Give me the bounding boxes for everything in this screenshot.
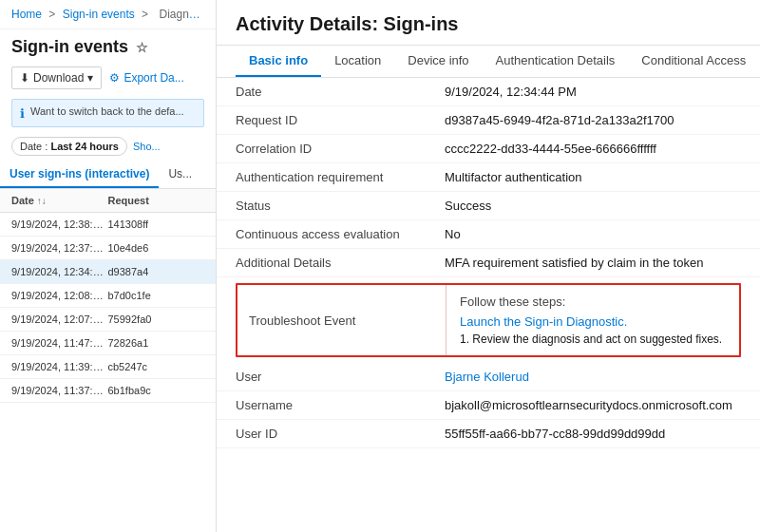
detail-label: Correlation ID xyxy=(236,142,445,156)
table-row[interactable]: 9/19/2024, 12:07:56 ... 75992fa0 xyxy=(0,308,216,332)
export-link[interactable]: ⚙ Export Da... xyxy=(109,71,183,85)
table-row[interactable]: 9/19/2024, 12:37:57 ... 10e4de6 xyxy=(0,237,216,260)
download-icon: ⬇ xyxy=(20,71,29,85)
step-text: 1. Review the diagnosis and act on sugge… xyxy=(460,332,726,346)
table-row[interactable]: 9/19/2024, 12:08:05 ... b7d0c1fe xyxy=(0,284,216,308)
download-label: Download xyxy=(33,71,84,85)
detail-title: Activity Details: Sign-ins xyxy=(217,0,760,46)
troubleshoot-label: Troubleshoot Event xyxy=(238,285,446,355)
detail-row: User ID 55ff55ff-aa66-bb77-cc88-99dd99dd… xyxy=(217,420,760,448)
cell-request: b7d0c1fe xyxy=(108,290,205,301)
detail-label: User ID xyxy=(236,427,445,441)
detail-tab-authentication-details[interactable]: Authentication Details xyxy=(483,46,629,77)
table-header: Date ↑↓ Request xyxy=(0,189,216,213)
cell-date: 9/19/2024, 11:47:23 ... xyxy=(11,337,108,349)
table-row[interactable]: 9/19/2024, 11:39:13 ... cb5247c xyxy=(0,355,216,379)
pin-icon[interactable]: ☆ xyxy=(136,40,148,55)
detail-row: Authentication requirement Multifactor a… xyxy=(217,163,760,192)
detail-row: Status Success xyxy=(217,192,760,220)
breadcrumb: Home > Sign-in events > Diagno... xyxy=(0,0,216,29)
detail-value: 55ff55ff-aa66-bb77-cc88-99dd99dd99dd xyxy=(445,427,741,441)
right-panel: Activity Details: Sign-ins Basic infoLoc… xyxy=(217,0,760,532)
table-row[interactable]: 9/19/2024, 12:38:04 ... 141308ff xyxy=(0,213,216,237)
cell-request: 72826a1 xyxy=(108,337,205,349)
detail-row: Additional Details MFA requirement satis… xyxy=(217,249,760,277)
cell-request: cb5247c xyxy=(108,361,205,372)
show-button[interactable]: Sho... xyxy=(133,141,161,152)
detail-row: Request ID d9387a45-6949-4f2a-871d-2a133… xyxy=(217,106,760,135)
breadcrumb-events[interactable]: Sign-in events xyxy=(63,8,135,21)
detail-tab-device-info[interactable]: Device info xyxy=(394,46,482,77)
table-rows-container: 9/19/2024, 12:38:04 ... 141308ff 9/19/20… xyxy=(0,213,216,532)
sort-icon[interactable]: ↑↓ xyxy=(37,196,47,206)
table-row[interactable]: 9/19/2024, 12:34:44 ... d9387a4 xyxy=(0,260,216,284)
detail-label: Status xyxy=(236,199,445,213)
detail-value: bjakoll@microsoftlearnsecuritydocs.onmic… xyxy=(445,398,741,412)
detail-row: Date 9/19/2024, 12:34:44 PM xyxy=(217,78,760,106)
detail-value: No xyxy=(445,227,741,241)
breadcrumb-current: Diagno... xyxy=(159,8,204,21)
detail-row: User Bjarne Kollerud xyxy=(217,363,760,391)
cell-date: 9/19/2024, 11:39:13 ... xyxy=(11,361,108,372)
toolbar: ⬇ Download ▾ ⚙ Export Da... xyxy=(0,61,216,95)
launch-diagnostic-link[interactable]: Launch the Sign-in Diagnostic. xyxy=(460,314,726,329)
detail-value: Success xyxy=(445,199,741,213)
detail-label: Authentication requirement xyxy=(236,170,445,184)
detail-tab-location[interactable]: Location xyxy=(321,46,394,77)
troubleshoot-event-row: Troubleshoot Event Follow these steps: L… xyxy=(236,283,741,357)
troubleshoot-content: Follow these steps: Launch the Sign-in D… xyxy=(446,285,739,355)
export-label: Export Da... xyxy=(124,71,183,85)
filter-bar: Date : Last 24 hours Sho... xyxy=(11,137,204,156)
follow-text: Follow these steps: xyxy=(460,294,726,309)
detail-row: Continuous access evaluation No xyxy=(217,220,760,249)
date-prefix: Date : xyxy=(20,141,50,152)
table-row[interactable]: 9/19/2024, 11:37:54 ... 6b1fba9c xyxy=(0,379,216,403)
detail-row: Username bjakoll@microsoftlearnsecurityd… xyxy=(217,391,760,420)
detail-label: Continuous access evaluation xyxy=(236,227,445,241)
detail-tab-basic-info[interactable]: Basic info xyxy=(236,46,321,77)
tab-user-signin-interactive[interactable]: User sign-ins (interactive) xyxy=(0,162,159,188)
gear-icon: ⚙ xyxy=(109,71,120,85)
cell-date: 9/19/2024, 11:37:54 ... xyxy=(11,385,108,396)
cell-date: 9/19/2024, 12:38:04 ... xyxy=(11,218,108,230)
detail-label: Additional Details xyxy=(236,256,445,270)
cell-request: 141308ff xyxy=(108,218,205,230)
detail-tabs: Basic infoLocationDevice infoAuthenticat… xyxy=(217,46,760,78)
left-panel: Home > Sign-in events > Diagno... Sign-i… xyxy=(0,0,217,532)
detail-label: Username xyxy=(236,398,445,412)
detail-label: Request ID xyxy=(236,113,445,127)
detail-row: Correlation ID cccc2222-dd33-4444-55ee-6… xyxy=(217,135,760,163)
cell-request: d9387a4 xyxy=(108,266,205,277)
info-banner: ℹ Want to switch back to the defa... xyxy=(11,99,204,127)
left-tabs: User sign-ins (interactive) Us... xyxy=(0,162,216,189)
col-header-request: Request xyxy=(108,195,205,206)
date-filter-badge[interactable]: Date : Last 24 hours xyxy=(11,137,127,156)
info-banner-text: Want to switch back to the defa... xyxy=(30,105,184,117)
breadcrumb-home[interactable]: Home xyxy=(11,8,42,21)
cell-request: 6b1fba9c xyxy=(108,385,205,396)
detail-label: User xyxy=(236,370,445,384)
cell-date: 9/19/2024, 12:34:44 ... xyxy=(11,266,108,277)
tab-user-other[interactable]: Us... xyxy=(159,162,201,188)
detail-value: cccc2222-dd33-4444-55ee-666666ffffff xyxy=(445,142,741,156)
download-chevron-icon: ▾ xyxy=(87,71,93,85)
detail-label: Date xyxy=(236,85,445,99)
page-title: Sign-in events xyxy=(11,37,128,57)
page-title-container: Sign-in events ☆ xyxy=(0,29,216,61)
cell-date: 9/19/2024, 12:07:56 ... xyxy=(11,314,108,325)
col-header-date: Date ↑↓ xyxy=(11,195,108,206)
detail-tab-conditional-access[interactable]: Conditional Access xyxy=(628,46,759,77)
cell-request: 10e4de6 xyxy=(108,242,205,254)
table-row[interactable]: 9/19/2024, 11:47:23 ... 72826a1 xyxy=(0,332,216,355)
detail-value: MFA requirement satisfied by claim in th… xyxy=(445,256,741,270)
detail-value[interactable]: Bjarne Kollerud xyxy=(445,370,741,384)
cell-date: 9/19/2024, 12:08:05 ... xyxy=(11,290,108,301)
info-icon: ℹ xyxy=(20,106,25,121)
cell-request: 75992fa0 xyxy=(108,314,205,325)
download-button[interactable]: ⬇ Download ▾ xyxy=(11,66,102,89)
detail-value: Multifactor authentication xyxy=(445,170,741,184)
cell-date: 9/19/2024, 12:37:57 ... xyxy=(11,242,108,254)
detail-value: 9/19/2024, 12:34:44 PM xyxy=(445,85,741,99)
detail-value: d9387a45-6949-4f2a-871d-2a133a2f1700 xyxy=(445,113,741,127)
detail-content: Date 9/19/2024, 12:34:44 PM Request ID d… xyxy=(217,78,760,532)
